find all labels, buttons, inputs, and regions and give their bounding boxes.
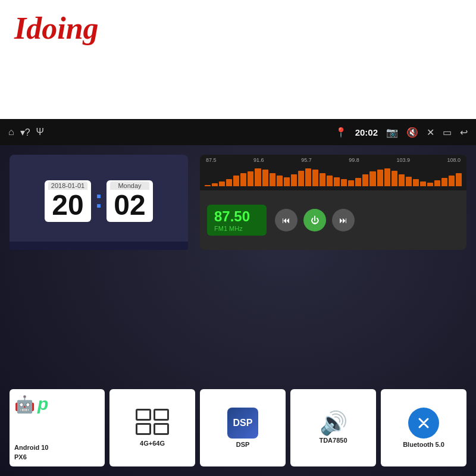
feature-bluetooth[interactable]: Bluetooth 5.0 (381, 389, 466, 466)
memory-label: 4G+64G (140, 440, 165, 447)
radio-controls: ⏮ ⏻ ⏭ (275, 209, 355, 231)
spectrum-bar (240, 173, 246, 186)
location-icon: 📍 (335, 127, 347, 138)
dsp-chip-icon: DSP (227, 408, 258, 439)
radio-power-button[interactable]: ⏻ (303, 209, 326, 231)
spectrum-bar (441, 178, 447, 186)
radio-widget: 87.5 91.6 95.7 99.8 103.9 108.0 87.50 FM… (200, 155, 466, 250)
android-robot-icon: 🤖 (14, 394, 35, 414)
feature-tda[interactable]: 🔊 TDA7850 (290, 389, 376, 466)
radio-frequency-block: 87.50 FM1 MHz (207, 205, 267, 236)
android-version-label: Android 10 (14, 444, 48, 451)
spectrum-bar (284, 177, 290, 186)
spectrum-bar (420, 181, 426, 186)
spectrum-bar (355, 178, 361, 186)
clock-widget: 2018-01-01 20 : Monday 02 (10, 155, 188, 250)
status-time: 20:02 (355, 127, 378, 137)
screen-cast-icon[interactable]: ▭ (443, 127, 452, 138)
wifi-icon: ▾? (20, 127, 30, 138)
spectrum-bar (434, 180, 440, 186)
clock-time-display: 2018-01-01 20 : Monday 02 (18, 161, 180, 242)
spectrum-bar (362, 174, 368, 186)
brand-area: Idoing (0, 0, 476, 119)
spectrum-bar (399, 174, 405, 186)
dsp-chip-text: DSP (233, 418, 253, 428)
spectrum-bar (255, 168, 261, 186)
spectrum-bar (456, 173, 462, 186)
spectrum-bar (219, 181, 225, 186)
radio-frequency: 87.50 (214, 208, 259, 225)
memory-square-4 (154, 423, 169, 435)
clock-date-label: 2018-01-01 (48, 181, 87, 190)
memory-square-2 (154, 409, 169, 421)
clock-shadow (10, 242, 188, 250)
spectrum-bar (233, 176, 239, 186)
spectrum-bar (384, 168, 390, 186)
android-px6-label: PX6 (14, 453, 27, 461)
device-screen: ⌂ ▾? Ψ 📍 20:02 📷 🔇 ✕ ▭ ↩ 2018-01-01 20 (0, 119, 476, 476)
android-p-logo: p (37, 394, 48, 414)
scale-label-5: 103.9 (396, 157, 410, 163)
spectrum-bar (270, 173, 275, 186)
memory-grid-icon (136, 409, 169, 435)
spectrum-bar (226, 179, 232, 186)
usb-icon: Ψ (36, 127, 44, 137)
radio-prev-button[interactable]: ⏮ (275, 209, 298, 231)
spectrum-bar (248, 171, 253, 186)
scale-label-6: 108.0 (447, 157, 461, 163)
speaker-icon: 🔊 (320, 412, 347, 434)
bluetooth-label: Bluetooth 5.0 (403, 441, 444, 448)
spectrum-bar (277, 176, 283, 186)
camera-icon[interactable]: 📷 (386, 127, 398, 138)
spectrum-bar (334, 177, 340, 186)
feature-android[interactable]: 🤖 p Android 10 PX6 (10, 389, 105, 466)
clock-minute: 02 (114, 190, 145, 221)
feature-dsp[interactable]: DSP DSP (200, 389, 286, 466)
scale-label-4: 99.8 (349, 157, 359, 163)
spectrum-bar (427, 183, 433, 186)
features-row: 🤖 p Android 10 PX6 4G+64G (10, 389, 466, 466)
spectrum-bar (320, 173, 325, 186)
spectrum-bar (312, 170, 318, 186)
memory-square-3 (136, 423, 151, 435)
scale-label-2: 91.6 (253, 157, 264, 163)
status-left-icons: ⌂ ▾? Ψ (8, 127, 44, 138)
spectrum-bar (377, 170, 383, 186)
scale-label-3: 95.7 (301, 157, 312, 163)
spectrum-bar (305, 168, 311, 186)
dsp-label: DSP (236, 441, 250, 448)
mute-icon[interactable]: 🔇 (406, 127, 418, 138)
memory-square-1 (136, 409, 151, 421)
radio-spectrum: 87.5 91.6 95.7 99.8 103.9 108.0 (200, 155, 466, 190)
home-content: 2018-01-01 20 : Monday 02 87.5 91.6 (0, 145, 476, 476)
radio-bottom: 87.50 FM1 MHz ⏮ ⏻ ⏭ (200, 190, 466, 250)
spectrum-bar (413, 179, 419, 186)
radio-next-button[interactable]: ⏭ (332, 209, 355, 231)
top-widgets-row: 2018-01-01 20 : Monday 02 87.5 91.6 (10, 155, 466, 250)
back-icon[interactable]: ↩ (460, 127, 468, 138)
spectrum-bar (205, 185, 211, 186)
spectrum-bar (348, 180, 354, 186)
home-icon[interactable]: ⌂ (8, 127, 14, 137)
android-logo-row: 🤖 p (14, 394, 48, 414)
spectrum-bar (298, 171, 304, 186)
status-bar: ⌂ ▾? Ψ 📍 20:02 📷 🔇 ✕ ▭ ↩ (0, 119, 476, 145)
spectrum-bar (327, 176, 333, 186)
clock-minute-card: Monday 02 (107, 180, 153, 223)
status-right-icons: 📍 20:02 📷 🔇 ✕ ▭ ↩ (335, 127, 468, 138)
clock-day-label: Monday (110, 181, 149, 190)
clock-hour: 20 (52, 190, 83, 221)
spectrum-bar (291, 174, 297, 186)
spectrum-bar (369, 171, 375, 186)
clock-hour-card: 2018-01-01 20 (45, 180, 91, 223)
feature-memory[interactable]: 4G+64G (109, 389, 195, 466)
spectrum-bar (392, 171, 397, 186)
brand-title: Idoing (14, 11, 99, 46)
spectrum-bars (205, 165, 462, 186)
spectrum-scale: 87.5 91.6 95.7 99.8 103.9 108.0 (205, 157, 462, 163)
close-icon[interactable]: ✕ (427, 127, 434, 138)
android-label: Android 10 PX6 (14, 443, 48, 462)
spectrum-bar (449, 176, 455, 186)
bluetooth-icon (408, 408, 439, 439)
radio-band: FM1 MHz (214, 225, 259, 232)
